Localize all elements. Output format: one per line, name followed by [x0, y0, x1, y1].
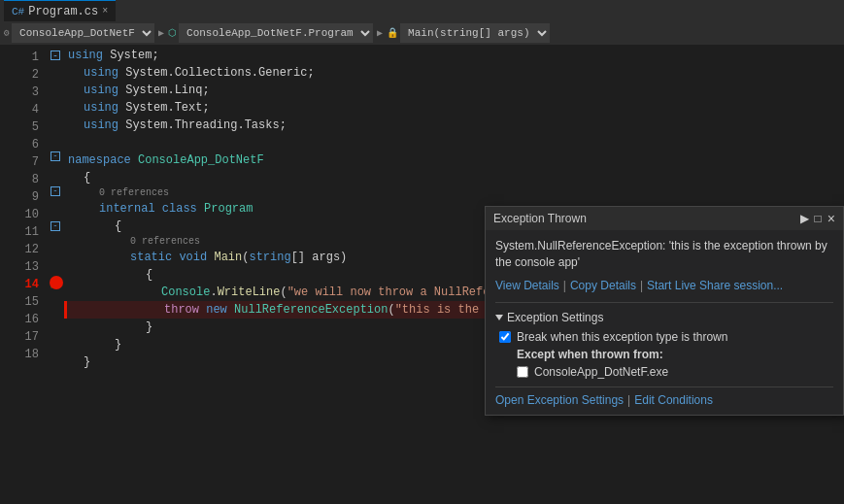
collapse-namespace[interactable]: -	[51, 151, 60, 161]
except-app-row: ConsoleApp_DotNetF.exe	[495, 365, 833, 379]
file-icon: C#	[12, 6, 24, 17]
code-line-7: namespace ConsoleApp_DotNetF	[64, 151, 844, 169]
live-share-link[interactable]: Start Live Share session...	[647, 279, 783, 292]
open-exception-settings-link[interactable]: Open Exception Settings	[495, 393, 624, 407]
breakpoint-14[interactable]	[50, 276, 63, 289]
break-when-thrown-checkbox[interactable]	[499, 331, 511, 343]
nav-arrow-1: ▶	[158, 27, 164, 39]
exception-settings: Exception Settings Break when this excep…	[495, 302, 833, 407]
pin-button[interactable]: □	[815, 212, 822, 225]
code-line-4: using System.Text;	[64, 99, 844, 117]
exception-controls: ▶ □ ×	[800, 211, 835, 226]
close-panel-button[interactable]: ×	[827, 211, 835, 226]
break-when-thrown-row: Break when this exception type is thrown	[495, 330, 833, 344]
edit-conditions-link[interactable]: Edit Conditions	[634, 393, 713, 407]
footer-link-sep: |	[627, 393, 630, 407]
exception-header: Exception Thrown ▶ □ ×	[486, 207, 843, 230]
settings-title-label: Exception Settings	[507, 311, 603, 324]
project-segment: ⚙ ConsoleApp_DotNetF	[4, 23, 154, 43]
link-sep-2: |	[640, 279, 643, 292]
class-segment: ⬡ ConsoleApp_DotNetF.Program	[168, 23, 373, 43]
exception-panel-title: Exception Thrown	[493, 212, 587, 225]
exception-panel: Exception Thrown ▶ □ × System.NullRefere…	[485, 206, 844, 416]
file-tab[interactable]: C# Program.cs ×	[4, 0, 116, 21]
tab-label: Program.cs	[28, 5, 98, 18]
navigation-bar: ⚙ ConsoleApp_DotNetF ▶ ⬡ ConsoleApp_DotN…	[0, 21, 844, 45]
except-app-checkbox[interactable]	[517, 366, 528, 378]
member-dropdown[interactable]: Main(string[] args)	[400, 23, 550, 43]
collapse-btn-7[interactable]: -	[51, 50, 60, 60]
exception-text: System.NullReferenceException: 'this is …	[495, 239, 827, 269]
settings-title[interactable]: Exception Settings	[495, 311, 833, 324]
link-sep-1: |	[563, 279, 566, 292]
code-line-8: {	[64, 169, 844, 186]
continue-button[interactable]: ▶	[800, 212, 809, 225]
code-line-6	[64, 134, 844, 151]
line-numbers: 1 2 3 4 5 6 7 8 9 10 11 12 13 14 15 16 1…	[0, 45, 47, 504]
except-app-label: ConsoleApp_DotNetF.exe	[534, 365, 668, 379]
code-editor: 1 2 3 4 5 6 7 8 9 10 11 12 13 14 15 16 1…	[0, 45, 844, 504]
exception-links: View Details | Copy Details | Start Live…	[495, 279, 833, 292]
exception-body: System.NullReferenceException: 'this is …	[486, 230, 843, 415]
exception-message: System.NullReferenceException: 'this is …	[495, 238, 833, 271]
code-line-2: using System.Collections.Generic;	[64, 64, 844, 82]
view-details-link[interactable]: View Details	[495, 279, 559, 292]
collapse-class[interactable]: -	[51, 186, 60, 196]
except-when-label: Except when thrown from:	[495, 348, 833, 361]
close-tab-button[interactable]: ×	[102, 6, 108, 17]
code-line-3: using System.Linq;	[64, 82, 844, 99]
collapse-method[interactable]: -	[51, 221, 60, 231]
nav-arrow-2: ▶	[377, 27, 383, 39]
break-when-thrown-label: Break when this exception type is thrown	[517, 330, 727, 344]
exception-footer: Open Exception Settings | Edit Condition…	[495, 386, 833, 407]
project-dropdown[interactable]: ConsoleApp_DotNetF	[12, 23, 154, 43]
code-line-5: using System.Threading.Tasks;	[64, 117, 844, 134]
member-segment: 🔒 Main(string[] args)	[387, 23, 550, 43]
copy-details-link[interactable]: Copy Details	[570, 279, 636, 292]
gutter: - ▶ - - -	[47, 45, 64, 504]
class-dropdown[interactable]: ConsoleApp_DotNetF.Program	[179, 23, 373, 43]
title-bar: C# Program.cs ×	[0, 0, 844, 21]
settings-collapse-icon	[495, 315, 503, 320]
code-line-1: using System;	[64, 47, 844, 64]
